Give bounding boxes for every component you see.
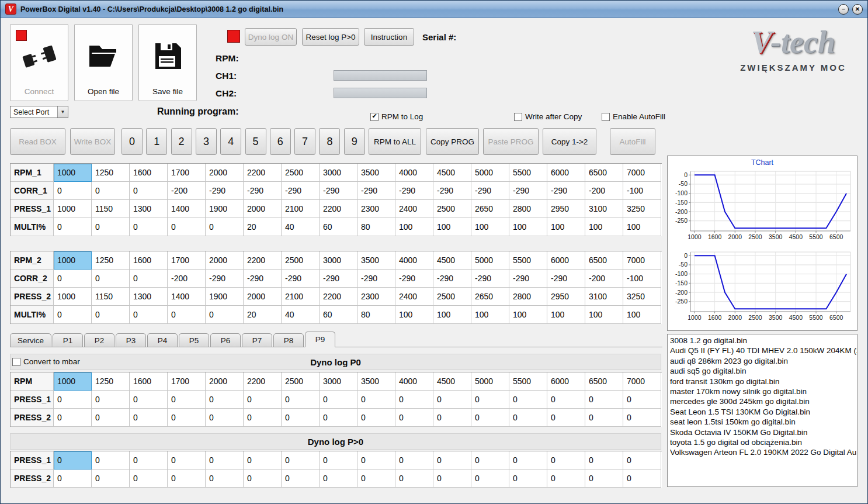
table-cell[interactable]: 0 [206, 451, 244, 470]
table-cell[interactable]: 0 [168, 470, 206, 488]
table-cell[interactable]: 3000 [320, 251, 357, 270]
tab-p5[interactable]: P5 [179, 333, 209, 347]
table-cell[interactable]: 1300 [130, 200, 168, 218]
table-cell[interactable]: 1300 [130, 288, 168, 306]
table-cell[interactable]: 0 [54, 391, 92, 409]
table-cell[interactable]: -290 [509, 182, 547, 200]
table-cell[interactable]: 100 [509, 306, 547, 324]
table-cell[interactable]: 3000 [320, 164, 357, 182]
table-cell[interactable]: 100 [471, 306, 509, 324]
table-cell[interactable]: 2950 [547, 200, 585, 218]
table-cell[interactable]: 2200 [244, 251, 282, 270]
table-cell[interactable]: 0 [433, 451, 471, 470]
table-cell[interactable]: 6500 [585, 251, 623, 270]
table-cell[interactable]: 2200 [244, 372, 282, 391]
table-cell[interactable]: 0 [54, 470, 92, 488]
table-cell[interactable]: 5500 [509, 372, 547, 391]
file-list-item[interactable]: master 170km nowy silnik go digital.bin [668, 386, 857, 396]
table-cell[interactable]: 0 [585, 451, 623, 470]
table-cell[interactable]: 0 [54, 218, 92, 236]
table-cell[interactable]: -290 [547, 182, 585, 200]
table-cell[interactable]: 2650 [471, 288, 509, 306]
table-cell[interactable]: 0 [168, 218, 206, 236]
table-cell[interactable]: 0 [168, 391, 206, 409]
table-cell[interactable]: 0 [92, 182, 130, 200]
table-cell[interactable]: -290 [206, 182, 244, 200]
table-cell[interactable]: 0 [395, 409, 433, 427]
table-cell[interactable]: 1000 [54, 288, 92, 306]
save-file-button[interactable]: Save file [138, 24, 197, 101]
table-cell[interactable]: 0 [206, 409, 244, 427]
table-cell[interactable]: 2800 [509, 200, 547, 218]
table-cell[interactable]: 0 [623, 409, 661, 427]
table-cell[interactable]: 7000 [623, 164, 661, 182]
table-cell[interactable]: 80 [357, 218, 395, 236]
table-cell[interactable]: 100 [509, 218, 547, 236]
table-cell[interactable]: 0 [395, 470, 433, 488]
tab-p7[interactable]: P7 [242, 333, 272, 347]
table-cell[interactable]: 7000 [623, 251, 661, 270]
table-cell[interactable]: 2200 [320, 288, 357, 306]
table-cell[interactable]: 2100 [282, 288, 320, 306]
table-cell[interactable]: 4500 [433, 251, 471, 270]
table-cell[interactable]: 0 [471, 391, 509, 409]
table-cell[interactable]: 0 [433, 470, 471, 488]
table-cell[interactable]: 1000 [54, 164, 92, 182]
titlebar[interactable]: V PowerBox Digital v1.40 - C:\Users\Prod… [1, 1, 867, 18]
table-cell[interactable]: -290 [282, 182, 320, 200]
table-cell[interactable]: 0 [92, 218, 130, 236]
table-cell[interactable]: 0 [395, 451, 433, 470]
table-cell[interactable]: 2400 [395, 288, 433, 306]
table-cell[interactable]: 0 [92, 270, 130, 288]
table-cell[interactable]: 40 [282, 218, 320, 236]
table-cell[interactable]: 2000 [206, 164, 244, 182]
table-cell[interactable]: 5000 [471, 372, 509, 391]
table-cell[interactable]: -200 [168, 182, 206, 200]
table-cell[interactable]: -200 [168, 270, 206, 288]
table-cell[interactable]: 1600 [130, 164, 168, 182]
table-cell[interactable]: 0 [585, 409, 623, 427]
table-cell[interactable]: 0 [92, 470, 130, 488]
table-cell[interactable]: 6500 [585, 164, 623, 182]
number-button-2[interactable]: 2 [171, 128, 192, 155]
table-cell[interactable]: 1900 [206, 288, 244, 306]
table-cell[interactable]: -290 [433, 182, 471, 200]
table-cell[interactable]: -290 [509, 270, 547, 288]
table-cell[interactable]: 3250 [623, 200, 661, 218]
tab-p6[interactable]: P6 [210, 333, 241, 347]
table-cell[interactable]: 0 [130, 451, 168, 470]
table-cell[interactable]: 2500 [282, 251, 320, 270]
table-cell[interactable]: 1400 [168, 288, 206, 306]
table-cell[interactable]: 1600 [130, 251, 168, 270]
number-button-8[interactable]: 8 [319, 128, 340, 155]
port-select[interactable]: Select Port ▼ [10, 106, 68, 118]
table-cell[interactable]: -290 [471, 270, 509, 288]
reset-log-button[interactable]: Reset log P>0 [302, 28, 359, 46]
table-cell[interactable]: 0 [320, 470, 357, 488]
table-cell[interactable]: 100 [433, 218, 471, 236]
file-list-item[interactable]: ford transit 130km go digital.bin [668, 377, 857, 386]
table-cell[interactable]: 0 [471, 451, 509, 470]
number-button-9[interactable]: 9 [344, 128, 365, 155]
table-cell[interactable]: 0 [206, 306, 244, 324]
table-cell[interactable]: 3100 [585, 288, 623, 306]
table-cell[interactable]: -290 [320, 182, 357, 200]
instruction-button[interactable]: Instruction [364, 28, 414, 46]
table-cell[interactable]: 1250 [92, 251, 130, 270]
table-cell[interactable]: 1600 [130, 372, 168, 391]
table-cell[interactable]: 3500 [357, 251, 395, 270]
table-cell[interactable]: 1900 [206, 200, 244, 218]
tab-p8[interactable]: P8 [273, 333, 304, 347]
table-cell[interactable]: -200 [585, 182, 623, 200]
table-cell[interactable]: 0 [130, 218, 168, 236]
table-cell[interactable]: 3250 [623, 288, 661, 306]
table-cell[interactable]: 0 [395, 391, 433, 409]
table-cell[interactable]: -290 [433, 270, 471, 288]
open-file-button[interactable]: Open file [74, 24, 133, 101]
table-cell[interactable]: 0 [282, 409, 320, 427]
tab-p2[interactable]: P2 [84, 333, 114, 347]
file-list-item[interactable]: Volkswagen Arteon FL 2.0 190KM 2022 Go D… [668, 447, 857, 457]
table-cell[interactable]: 0 [623, 470, 661, 488]
tab-service[interactable]: Service [10, 333, 51, 347]
table-cell[interactable]: -290 [206, 270, 244, 288]
